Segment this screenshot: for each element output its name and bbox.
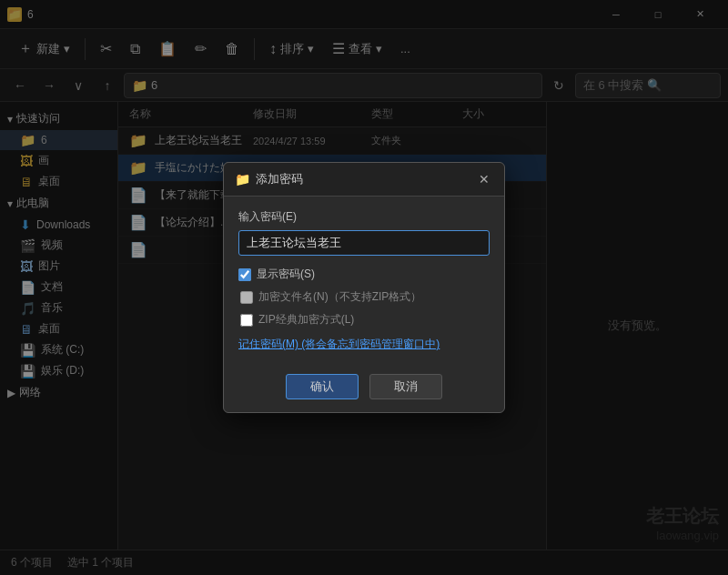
dialog-close-button[interactable]: ✕	[475, 170, 493, 188]
dialog-footer: 确认 取消	[224, 365, 504, 412]
dialog-confirm-button[interactable]: 确认	[286, 374, 359, 399]
encrypt-filename-label: 加密文件名(N)（不支持ZIP格式）	[258, 289, 421, 305]
dialog-cancel-button[interactable]: 取消	[369, 374, 442, 399]
zip-encryption-row: ZIP经典加密方式(L)	[238, 312, 490, 328]
show-password-checkbox[interactable]	[238, 268, 251, 281]
password-dialog: 📁 添加密码 ✕ 输入密码(E) 显示密码(S) 加密文件名(N)（不支持ZIP…	[223, 162, 505, 413]
zip-encryption-label: ZIP经典加密方式(L)	[258, 312, 354, 328]
dialog-titlebar-left: 📁 添加密码	[235, 171, 303, 187]
dialog-titlebar: 📁 添加密码 ✕	[224, 163, 504, 197]
show-password-label: 显示密码(S)	[257, 267, 315, 282]
remember-password-link[interactable]: 记住密码(M) (将会备忘到密码管理窗口中)	[238, 337, 490, 352]
dialog-password-label: 输入密码(E)	[238, 209, 490, 225]
zip-encryption-checkbox[interactable]	[240, 314, 253, 327]
show-password-row: 显示密码(S)	[238, 267, 490, 282]
dialog-body: 输入密码(E) 显示密码(S) 加密文件名(N)（不支持ZIP格式） ZIP经典…	[224, 197, 504, 365]
encrypt-filename-checkbox[interactable]	[240, 291, 253, 304]
dialog-title: 添加密码	[256, 171, 303, 187]
dialog-folder-icon: 📁	[235, 172, 250, 187]
overlay: 📁 添加密码 ✕ 输入密码(E) 显示密码(S) 加密文件名(N)（不支持ZIP…	[0, 0, 728, 575]
dialog-password-input[interactable]	[238, 230, 490, 256]
encrypt-filename-row: 加密文件名(N)（不支持ZIP格式）	[238, 289, 490, 305]
